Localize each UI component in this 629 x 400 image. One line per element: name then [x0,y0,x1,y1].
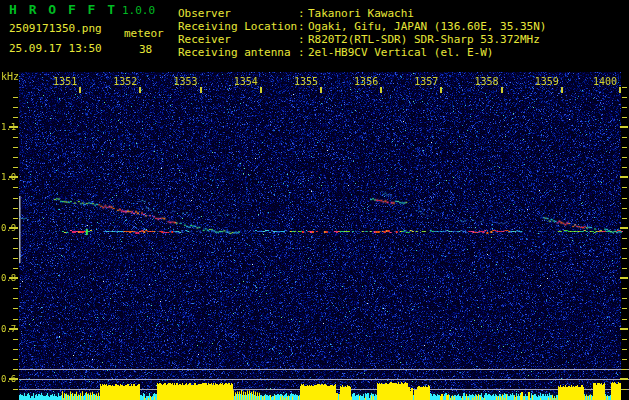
x-tick-label-1353: 1353 [168,76,198,87]
x-tick-label-1354: 1354 [228,76,258,87]
info-row-receiving-antenna: Receiving antenna:2el-HB9CV Vertical (el… [178,46,546,59]
info-colon: : [298,46,308,59]
x-tick-label-1359: 1359 [529,76,559,87]
y-tick-label-0.6: 0.6 [1,374,16,385]
info-label: Observer [178,7,298,20]
x-tick-label-1351: 1351 [47,76,77,87]
x-tick-label-1355: 1355 [288,76,318,87]
x-tick-label-1357: 1357 [408,76,438,87]
app-version: 1.0.0 [122,4,155,17]
output-filename: 2509171350.png [9,22,102,35]
info-colon: : [298,20,308,33]
info-colon: : [298,7,308,20]
y-tick-label-0.8: 0.8 [1,273,16,284]
info-label: Receiving Location [178,20,298,33]
info-row-receiving-location: Receiving Location:Ogaki, Gifu, JAPAN (1… [178,20,546,33]
y-tick-label-1.1: 1.1 [1,122,16,133]
info-value: Ogaki, Gifu, JAPAN (136.60E, 35.35N) [308,20,546,33]
info-colon: : [298,33,308,46]
info-value: R820T2(RTL-SDR) SDR-Sharp 53.372MHz [308,33,540,46]
y-tick-label-1.0: 1.0 [1,172,16,183]
x-tick-label-1352: 1352 [107,76,137,87]
station-info: Observer:Takanori KawachiReceiving Locat… [178,7,546,59]
y-tick-label-0.9: 0.9 [1,223,16,234]
x-tick-label-1400: 1400 [587,76,617,87]
x-tick-label-1356: 1356 [348,76,378,87]
y-axis-unit-label: kHz [1,71,19,82]
info-label: Receiving antenna [178,46,298,59]
info-value: Takanori Kawachi [308,7,414,20]
mode-label: meteor [124,27,164,40]
echo-count: 38 [139,43,152,56]
y-tick-label-0.7: 0.7 [1,324,16,335]
x-tick-label-1358: 1358 [469,76,499,87]
info-value: 2el-HB9CV Vertical (el. E-W) [308,46,493,59]
info-row-receiver: Receiver:R820T2(RTL-SDR) SDR-Sharp 53.37… [178,33,546,46]
app-title: H R O F F T [9,2,117,17]
header: H R O F F T 1.0.0 2509171350.png meteor … [0,0,629,72]
observation-datetime: 25.09.17 13:50 [9,42,102,55]
info-row-observer: Observer:Takanori Kawachi [178,7,546,20]
info-label: Receiver [178,33,298,46]
hrofft-screenshot: H R O F F T 1.0.0 2509171350.png meteor … [0,0,629,400]
